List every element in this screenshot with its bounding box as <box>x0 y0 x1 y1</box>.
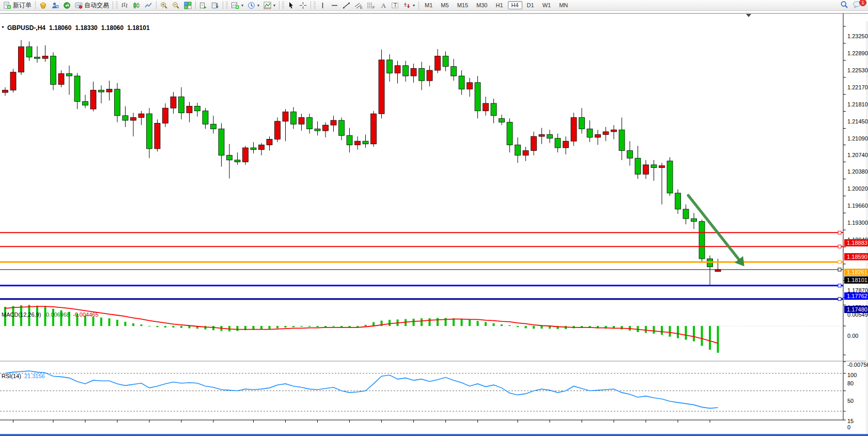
crosshair-icon <box>299 2 307 9</box>
vertical-line-button[interactable] <box>317 0 329 11</box>
macd-axis-label: 0.00 <box>847 333 858 339</box>
timeframe-button-H1[interactable]: H1 <box>492 1 506 9</box>
auto-scroll-button[interactable] <box>197 0 209 11</box>
cursor-button[interactable] <box>285 0 297 11</box>
hline-anchor[interactable] <box>838 231 841 234</box>
text-label-button[interactable]: T <box>389 0 401 11</box>
chat-button[interactable]: 1 <box>850 0 864 11</box>
candle-body <box>451 67 457 76</box>
zoom-in-button[interactable] <box>158 0 170 11</box>
macd-histogram-bar <box>189 326 191 328</box>
macd-histogram-bar <box>276 326 278 328</box>
hline-anchor[interactable] <box>838 245 841 248</box>
horizontal-line-button[interactable] <box>329 0 340 11</box>
candle-body <box>299 117 304 124</box>
candle-body <box>171 97 176 108</box>
macd-histogram-bar <box>132 323 134 326</box>
timeframe-button-W1[interactable]: W1 <box>539 1 555 9</box>
metaquotes-button[interactable] <box>37 0 49 11</box>
title-collapse-icon[interactable]: ▼ <box>1 25 5 29</box>
candle-body <box>3 90 8 92</box>
zoom-out-button[interactable] <box>170 0 182 11</box>
ohlc-close: 1.18101 <box>127 24 149 32</box>
macd-histogram-bar <box>164 326 166 328</box>
macd-name: MACD(12,26,9) <box>2 312 41 318</box>
arrows-objects-button[interactable]: ▾ <box>401 0 417 11</box>
macd-histogram-bar <box>661 326 663 335</box>
equidistant-channel-button[interactable]: E <box>352 0 365 11</box>
candle-body <box>347 135 352 145</box>
zoom-out-icon <box>172 2 180 9</box>
profile-icon <box>51 2 59 9</box>
indicators-list-button[interactable]: ▾ <box>261 0 277 11</box>
toolbar-grip[interactable] <box>116 2 118 9</box>
search-button[interactable] <box>838 0 850 11</box>
candle-body <box>26 46 32 57</box>
hline-anchor[interactable] <box>838 260 841 263</box>
macd-histogram-bar <box>421 318 423 326</box>
candle-body <box>195 106 200 111</box>
zoom-in-icon <box>160 2 168 9</box>
price-tick-label: 1.22530 <box>847 67 868 73</box>
profile-button[interactable] <box>49 0 61 11</box>
new-chart-button[interactable]: ▾ <box>229 0 245 11</box>
window-right-edge <box>866 21 868 436</box>
candle-body <box>251 148 256 150</box>
timeframe-button-M5[interactable]: M5 <box>437 1 452 9</box>
line-chart-mode-button[interactable] <box>143 0 154 11</box>
channel-icon: E <box>354 2 363 9</box>
macd-histogram-bar <box>717 326 719 353</box>
candle-body <box>435 56 441 70</box>
candle-body <box>315 129 320 131</box>
toolbar-grip[interactable] <box>314 2 316 9</box>
bar-chart-mode-button[interactable] <box>119 0 131 11</box>
trendline-button[interactable] <box>340 0 352 11</box>
candle-body <box>67 73 72 76</box>
doc-plus-icon <box>3 2 11 9</box>
tile-windows-button[interactable] <box>182 0 194 11</box>
candle-body <box>555 138 561 148</box>
autotrading-label: 自动交易 <box>84 1 109 10</box>
candle-body <box>179 97 184 113</box>
timeframe-button-D1[interactable]: D1 <box>523 1 538 9</box>
macd-histogram-bar <box>429 318 431 326</box>
autotrading-button[interactable]: 自动交易 <box>73 0 111 11</box>
candle-body <box>275 121 281 139</box>
macd-histogram-bar <box>645 326 647 333</box>
candlestick-mode-button[interactable] <box>131 0 143 11</box>
macd-histogram-bar <box>477 321 479 326</box>
timeframe-button-H4[interactable]: H4 <box>508 1 522 9</box>
signals-button[interactable] <box>61 0 73 11</box>
fibonacci-button[interactable]: F <box>365 0 377 11</box>
tile-icon <box>184 2 192 9</box>
toolbar-grip[interactable] <box>226 2 228 9</box>
timeframe-button-M30[interactable]: M30 <box>473 1 491 9</box>
toolbar-separator <box>279 1 280 9</box>
hline-anchor[interactable] <box>838 298 841 301</box>
candle-body <box>371 114 377 144</box>
hline-anchor[interactable] <box>838 284 841 287</box>
new-order-button[interactable]: 新订单 <box>1 0 34 11</box>
macd-histogram-bar <box>269 326 271 329</box>
candle-body <box>267 139 272 145</box>
timeframe-button-M1[interactable]: M1 <box>421 1 436 9</box>
macd-histogram-bar <box>180 326 182 328</box>
price-tick-label: 1.23250 <box>847 33 868 39</box>
svg-text:F: F <box>373 6 375 9</box>
crosshair-button[interactable] <box>297 0 309 11</box>
text-button[interactable]: A <box>377 0 389 11</box>
candle-body <box>491 103 497 116</box>
periods-button[interactable]: ▾ <box>245 0 261 11</box>
hline-anchor[interactable] <box>838 268 841 271</box>
chart-shift-button[interactable] <box>209 0 221 11</box>
rsi-value: 21.3156 <box>24 373 45 379</box>
toolbar-grip[interactable] <box>282 2 284 9</box>
candle-body <box>483 103 489 111</box>
macd-histogram-bar <box>173 326 175 328</box>
macd-histogram-bar <box>509 325 511 326</box>
timeframe-button-M15[interactable]: M15 <box>454 1 472 9</box>
timeframe-button-MN[interactable]: MN <box>555 1 571 9</box>
macd-main-value: -0.006968 <box>44 312 70 318</box>
macd-histogram-bar <box>340 326 343 327</box>
macd-histogram-bar <box>469 320 471 326</box>
